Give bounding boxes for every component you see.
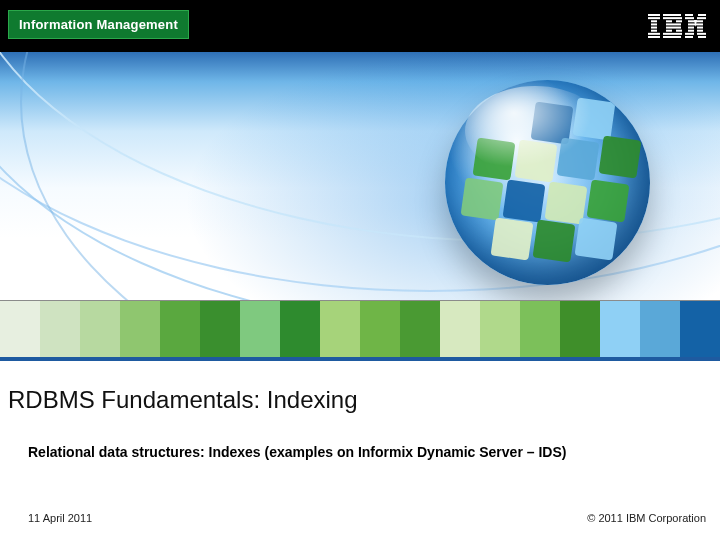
svg-rect-1 — [648, 17, 660, 19]
svg-rect-8 — [663, 14, 681, 16]
svg-rect-14 — [666, 30, 672, 32]
svg-rect-29 — [685, 33, 694, 35]
mosaic-cell — [400, 301, 440, 357]
svg-rect-3 — [651, 23, 657, 25]
svg-rect-4 — [651, 27, 657, 29]
globe-graphic — [445, 80, 650, 285]
svg-rect-22 — [688, 20, 695, 22]
mosaic-cell — [640, 301, 680, 357]
svg-rect-28 — [697, 30, 703, 32]
svg-rect-2 — [651, 20, 657, 22]
svg-rect-20 — [685, 17, 694, 19]
svg-rect-23 — [696, 20, 703, 22]
mosaic-cell — [440, 301, 480, 357]
mosaic-band — [0, 300, 720, 361]
svg-rect-32 — [698, 36, 706, 38]
slide-root: Information Management — [0, 0, 720, 540]
svg-rect-5 — [651, 30, 657, 32]
mosaic-cell — [120, 301, 160, 357]
slide-date: 11 April 2011 — [28, 512, 92, 524]
mosaic-cell — [240, 301, 280, 357]
svg-rect-18 — [685, 14, 693, 16]
mosaic-cell — [40, 301, 80, 357]
mosaic-cell — [80, 301, 120, 357]
svg-rect-15 — [676, 30, 682, 32]
svg-rect-9 — [663, 17, 682, 19]
mosaic-cell — [0, 301, 40, 357]
mosaic-cell — [480, 301, 520, 357]
globe-sheen — [465, 86, 605, 176]
svg-rect-13 — [666, 27, 681, 29]
mosaic-cell — [520, 301, 560, 357]
svg-rect-6 — [648, 33, 660, 35]
mosaic-cell — [280, 301, 320, 357]
mosaic-cell — [320, 301, 360, 357]
svg-rect-0 — [648, 14, 660, 16]
page-subtitle: Relational data structures: Indexes (exa… — [28, 444, 566, 460]
svg-rect-26 — [697, 27, 703, 29]
svg-rect-30 — [697, 33, 706, 35]
mosaic-cell — [360, 301, 400, 357]
svg-rect-7 — [648, 36, 660, 38]
copyright-text: © 2011 IBM Corporation — [587, 512, 706, 524]
svg-rect-19 — [698, 14, 706, 16]
svg-rect-16 — [663, 33, 682, 35]
hero-graphic — [0, 52, 720, 300]
mosaic-cell — [160, 301, 200, 357]
svg-rect-11 — [676, 20, 682, 22]
top-bar: Information Management — [0, 0, 720, 52]
product-badge: Information Management — [8, 10, 189, 39]
svg-rect-21 — [697, 17, 706, 19]
svg-rect-27 — [688, 30, 694, 32]
mosaic-cell — [680, 301, 720, 357]
mosaic-row — [0, 301, 720, 357]
mosaic-cell — [560, 301, 600, 357]
mosaic-cell — [200, 301, 240, 357]
accent-bar — [0, 357, 720, 361]
svg-rect-17 — [663, 36, 681, 38]
svg-rect-31 — [685, 36, 693, 38]
svg-rect-10 — [666, 20, 672, 22]
svg-rect-25 — [688, 27, 694, 29]
page-title: RDBMS Fundamentals: Indexing — [8, 386, 358, 414]
svg-rect-12 — [666, 23, 681, 25]
ibm-logo — [648, 14, 706, 38]
mosaic-cell — [600, 301, 640, 357]
